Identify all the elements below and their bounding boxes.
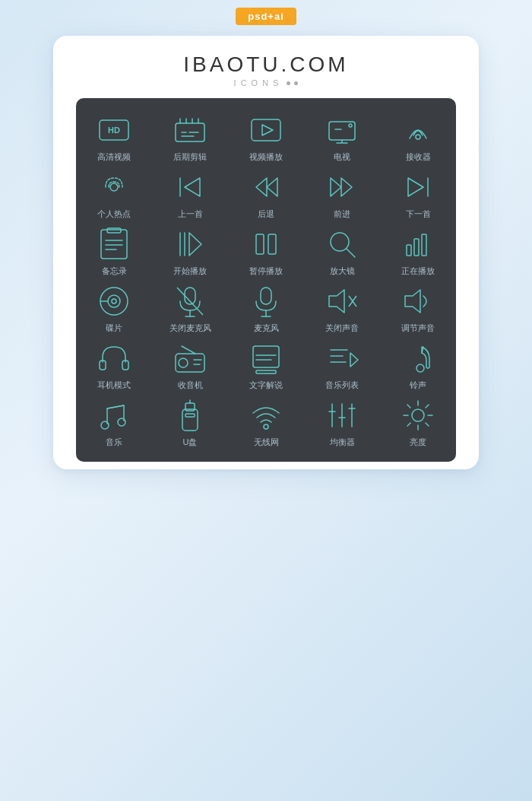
equalizer-icon bbox=[325, 399, 359, 432]
mic-label: 麦克风 bbox=[254, 323, 279, 334]
svg-point-31 bbox=[112, 299, 116, 304]
mic-off-cell: 关闭麦克风 bbox=[156, 284, 224, 334]
svg-line-25 bbox=[347, 249, 355, 257]
ringtone-cell: 铃声 bbox=[384, 342, 452, 391]
svg-marker-40 bbox=[329, 290, 344, 313]
svg-marker-12 bbox=[267, 178, 277, 196]
playlist-icon bbox=[325, 342, 359, 375]
svg-line-74 bbox=[407, 405, 410, 408]
icon-row-6: 音乐 U盘 bbox=[76, 399, 456, 448]
svg-point-24 bbox=[331, 233, 349, 251]
play-cell: 开始播放 bbox=[156, 227, 224, 277]
tv-icon bbox=[325, 113, 359, 147]
playlist-cell: 音乐列表 bbox=[308, 342, 376, 391]
disc-cell: 碟片 bbox=[80, 284, 148, 334]
svg-rect-17 bbox=[101, 230, 127, 259]
memo-icon bbox=[97, 227, 131, 261]
forward-label: 前进 bbox=[334, 208, 350, 220]
hotspot-label: 个人热点 bbox=[97, 208, 131, 220]
pause-cell: 暂停播放 bbox=[232, 227, 300, 277]
svg-point-62 bbox=[264, 424, 268, 429]
radio-icon bbox=[173, 342, 207, 375]
svg-point-55 bbox=[101, 421, 109, 429]
video-play-icon bbox=[249, 113, 283, 147]
svg-point-56 bbox=[118, 418, 125, 426]
svg-rect-37 bbox=[261, 288, 271, 304]
mic-cell: 麦克风 bbox=[232, 284, 300, 334]
hotspot-cell: 个人热点 bbox=[80, 170, 148, 220]
forward-icon bbox=[325, 170, 359, 204]
svg-marker-4 bbox=[262, 125, 273, 135]
svg-marker-14 bbox=[341, 178, 352, 196]
svg-marker-11 bbox=[256, 178, 267, 196]
rewind-label: 后退 bbox=[258, 208, 274, 220]
music-cell: 音乐 bbox=[80, 399, 148, 448]
icon-grid: HD 高清视频 后期剪辑 bbox=[76, 98, 456, 462]
svg-rect-51 bbox=[256, 370, 276, 373]
icon-row-4: 碟片 关闭麦克风 bbox=[76, 284, 456, 334]
site-title: IBAOTU.COM bbox=[183, 52, 348, 77]
next-cell: 下一首 bbox=[384, 170, 452, 220]
play-label: 开始播放 bbox=[173, 265, 207, 277]
equalizer-label: 均衡器 bbox=[330, 437, 355, 448]
svg-point-6 bbox=[349, 124, 352, 127]
receiver-cell: 接收器 bbox=[384, 113, 452, 163]
format-badge: psd+ai bbox=[236, 8, 296, 25]
svg-point-7 bbox=[416, 135, 420, 139]
wifi-icon bbox=[249, 399, 283, 432]
next-label: 下一首 bbox=[406, 208, 431, 220]
svg-rect-26 bbox=[407, 245, 411, 256]
svg-marker-13 bbox=[331, 178, 341, 196]
mic-icon bbox=[249, 284, 283, 318]
sound-off-icon bbox=[325, 284, 359, 318]
memo-label: 备忘录 bbox=[102, 265, 127, 277]
svg-marker-10 bbox=[185, 178, 200, 196]
prev-icon bbox=[173, 170, 207, 204]
svg-point-53 bbox=[416, 364, 424, 372]
radio-label: 收音机 bbox=[178, 380, 203, 391]
music-icon bbox=[97, 399, 131, 432]
prev-label: 上一首 bbox=[178, 208, 203, 220]
sound-adjust-cell: 调节声音 bbox=[384, 284, 452, 334]
svg-line-57 bbox=[107, 405, 124, 408]
prev-cell: 上一首 bbox=[156, 170, 224, 220]
svg-rect-50 bbox=[253, 346, 279, 367]
svg-rect-28 bbox=[422, 234, 426, 256]
hd-video-icon: HD bbox=[97, 113, 131, 147]
forward-cell: 前进 bbox=[308, 170, 376, 220]
brightness-icon bbox=[401, 399, 435, 432]
svg-marker-52 bbox=[350, 353, 358, 367]
radio-cell: 收音机 bbox=[156, 342, 224, 391]
svg-line-77 bbox=[407, 423, 410, 426]
play-icon bbox=[173, 227, 207, 261]
equalizer-cell: 均衡器 bbox=[308, 399, 376, 448]
icon-row-2: 个人热点 上一首 后退 bbox=[76, 170, 456, 220]
mic-off-label: 关闭麦克风 bbox=[169, 323, 211, 334]
music-label: 音乐 bbox=[106, 437, 122, 448]
playing-label: 正在播放 bbox=[401, 265, 435, 277]
usb-cell: U盘 bbox=[156, 399, 224, 448]
svg-marker-43 bbox=[405, 290, 420, 313]
wifi-label: 无线网 bbox=[254, 437, 279, 448]
svg-line-76 bbox=[426, 405, 429, 408]
svg-rect-3 bbox=[252, 119, 280, 141]
brightness-cell: 亮度 bbox=[384, 399, 452, 448]
icon-row-1: HD 高清视频 后期剪辑 bbox=[76, 113, 456, 163]
rewind-cell: 后退 bbox=[232, 170, 300, 220]
sound-off-cell: 关闭声音 bbox=[308, 284, 376, 334]
svg-text:HD: HD bbox=[108, 126, 120, 135]
ringtone-label: 铃声 bbox=[410, 380, 426, 391]
magnifier-label: 放大镜 bbox=[330, 265, 355, 277]
svg-point-30 bbox=[108, 295, 120, 307]
svg-point-8 bbox=[110, 183, 118, 191]
pause-icon bbox=[249, 227, 283, 261]
video-play-cell: 视频播放 bbox=[232, 113, 300, 163]
headphone-label: 耳机模式 bbox=[97, 380, 131, 391]
post-edit-cell: 后期剪辑 bbox=[156, 113, 224, 163]
post-edit-label: 后期剪辑 bbox=[173, 151, 207, 163]
receiver-icon bbox=[401, 113, 435, 147]
ringtone-icon bbox=[401, 342, 435, 375]
usb-icon bbox=[173, 399, 207, 432]
video-play-label: 视频播放 bbox=[249, 151, 283, 163]
icon-row-5: 耳机模式 收音机 bbox=[76, 342, 456, 391]
